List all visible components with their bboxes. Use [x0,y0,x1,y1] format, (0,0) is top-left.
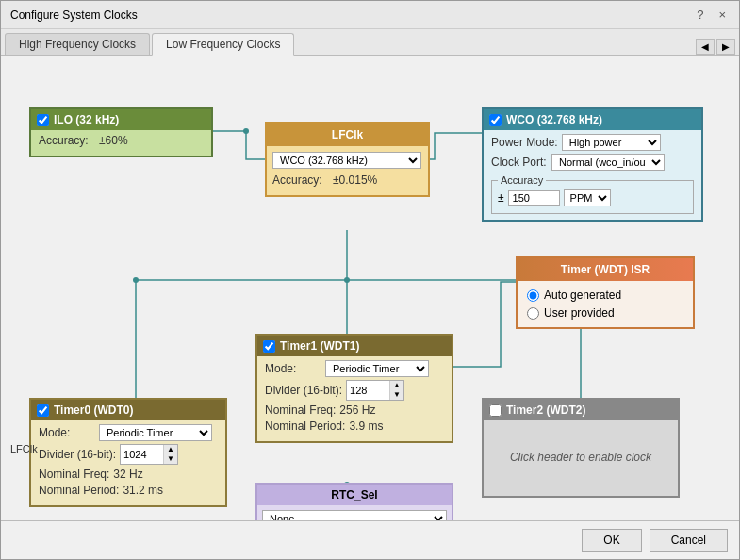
wco-accuracy-pm: ± [498,191,504,205]
wco-accuracy-legend: Accuracy [498,174,546,186]
title-bar-controls: ? × [693,6,730,24]
dialog: Configure System Clocks ? × High Frequen… [0,0,740,560]
timer1-checkbox[interactable] [263,340,275,353]
timer-isr-body: Auto generated User provided [518,281,693,327]
user-provided-label[interactable]: User provided [527,306,683,320]
lfclk-title: LFClk [332,128,363,141]
help-button[interactable]: ? [693,6,707,24]
title-bar: Configure System Clocks ? × [1,1,739,29]
block-rtcsel: RTC_Sel None [255,483,453,520]
timer0-nom-freq-value: 32 Hz [113,468,142,481]
block-timer-isr: Timer (WDT) ISR Auto generated User prov… [516,256,695,329]
block-timer1: Timer1 (WDT1) Mode: Periodic Timer Divid… [255,334,453,443]
timer0-divider-spinner: ▲ ▼ [120,444,178,465]
timer1-title: Timer1 (WDT1) [280,339,359,353]
wco-header: WCO (32.768 kHz) [484,109,701,130]
ilo-body: Accuracy: ±60% [31,130,211,156]
timer0-mode-select[interactable]: Periodic Timer [99,424,212,441]
timer0-header: Timer0 (WDT0) [31,400,225,420]
wco-power-mode-row: Power Mode: High power [491,134,694,151]
user-provided-radio[interactable] [527,307,539,320]
lfclk-bottom-label: LFClk [10,443,38,454]
timer0-nom-period-row: Nominal Period: 31.2 ms [39,484,218,497]
auto-generated-radio[interactable] [527,289,539,302]
timer0-mode-label: Mode: [39,426,95,439]
timer0-divider-up[interactable]: ▲ [164,445,177,454]
timer2-body: Click header to enable clock [484,420,678,496]
auto-generated-text: Auto generated [544,288,621,302]
lfclk-accuracy-row: Accuracy: ±0.015% [272,173,422,187]
ilo-accuracy-label: Accuracy: [39,134,95,147]
svg-point-3 [344,277,350,283]
timer1-divider-down[interactable]: ▼ [390,390,403,400]
tab-next-button[interactable]: ▶ [716,39,735,55]
timer2-title: Timer2 (WDT2) [506,404,585,417]
timer2-checkbox[interactable] [489,404,502,417]
block-timer0: Timer0 (WDT0) Mode: Periodic Timer Divid… [29,398,227,507]
tab-low-frequency[interactable]: Low Frequency Clocks [152,33,294,56]
timer1-divider-input[interactable] [347,384,389,397]
ok-button[interactable]: OK [582,529,641,552]
timer0-body: Mode: Periodic Timer Divider (16-bit): ▲… [31,420,225,505]
timer-isr-header: Timer (WDT) ISR [518,258,693,281]
wco-body: Power Mode: High power Clock Port: Norma… [484,130,701,220]
ilo-accuracy-value: ±60% [99,134,128,147]
timer1-nom-period-label: Nominal Period: [265,420,345,433]
timer1-header: Timer1 (WDT1) [257,336,452,356]
auto-generated-label[interactable]: Auto generated [527,288,683,302]
user-provided-text: User provided [544,306,615,320]
block-wco: WCO (32.768 kHz) Power Mode: High power … [482,107,703,222]
timer1-divider-spin-btns: ▲ ▼ [389,381,403,400]
timer2-placeholder: Click header to enable clock [510,451,651,464]
timer1-body: Mode: Periodic Timer Divider (16-bit): ▲… [257,356,452,441]
close-button[interactable]: × [715,6,730,24]
timer-isr-radio-group: Auto generated User provided [527,288,683,320]
cancel-button[interactable]: Cancel [650,529,728,552]
timer0-title: Timer0 (WDT0) [54,404,133,417]
wco-title: WCO (32.768 kHz) [506,113,602,126]
ilo-checkbox[interactable] [37,114,49,126]
rtcsel-select[interactable]: None [262,510,447,520]
timer0-divider-input[interactable] [121,448,163,461]
timer-isr-title: Timer (WDT) ISR [561,263,650,276]
rtcsel-header: RTC_Sel [257,485,452,505]
tab-nav-buttons: ◀ ▶ [696,39,735,55]
timer1-mode-select[interactable]: Periodic Timer [325,360,429,377]
block-lfclk: LFClk WCO (32.768 kHz) Accuracy: ±0.015% [265,122,430,197]
block-ilo: ILO (32 kHz) Accuracy: ±60% [29,107,213,157]
lfclk-header: LFClk [267,124,428,146]
timer0-checkbox[interactable] [37,404,49,417]
timer1-mode-label: Mode: [265,362,321,375]
timer1-divider-label: Divider (16-bit): [265,384,342,397]
timer0-divider-spin-btns: ▲ ▼ [163,445,177,464]
timer0-mode-row: Mode: Periodic Timer [39,424,218,441]
timer0-divider-row: Divider (16-bit): ▲ ▼ [39,444,218,465]
lfclk-body: WCO (32.768 kHz) Accuracy: ±0.015% [267,146,428,195]
timer1-nom-freq-label: Nominal Freq: [265,404,336,417]
wco-accuracy-unit-select[interactable]: PPM [564,189,611,206]
wco-checkbox[interactable] [489,114,502,126]
dialog-title: Configure System Clocks [10,8,138,22]
lfclk-source-select[interactable]: WCO (32.768 kHz) [272,152,421,169]
wco-accuracy-input[interactable] [508,190,560,206]
tab-high-frequency[interactable]: High Frequency Clocks [5,33,150,55]
svg-point-0 [243,128,249,134]
wco-accuracy-group: Accuracy ± PPM [491,174,694,214]
timer1-divider-row: Divider (16-bit): ▲ ▼ [265,380,444,401]
timer1-nom-period-value: 3.9 ms [349,420,383,433]
tab-prev-button[interactable]: ◀ [696,39,715,55]
timer0-divider-down[interactable]: ▼ [164,454,177,464]
wco-power-mode-select[interactable]: High power [562,134,661,151]
wco-power-mode-label: Power Mode: [491,136,558,149]
wco-clock-port-select[interactable]: Normal (wco_in/out) [551,154,665,171]
timer1-divider-up[interactable]: ▲ [390,381,403,390]
timer2-header[interactable]: Timer2 (WDT2) [484,400,678,420]
timer0-nom-freq-row: Nominal Freq: 32 Hz [39,468,218,481]
ilo-header: ILO (32 kHz) [31,109,211,130]
wco-clock-port-label: Clock Port: [491,156,548,169]
ilo-title: ILO (32 kHz) [54,113,119,126]
lfclk-accuracy-label: Accuracy: [272,173,329,187]
wco-accuracy-row: ± PPM [498,189,687,206]
timer1-mode-row: Mode: Periodic Timer [265,360,444,377]
timer0-nom-period-label: Nominal Period: [39,484,119,497]
